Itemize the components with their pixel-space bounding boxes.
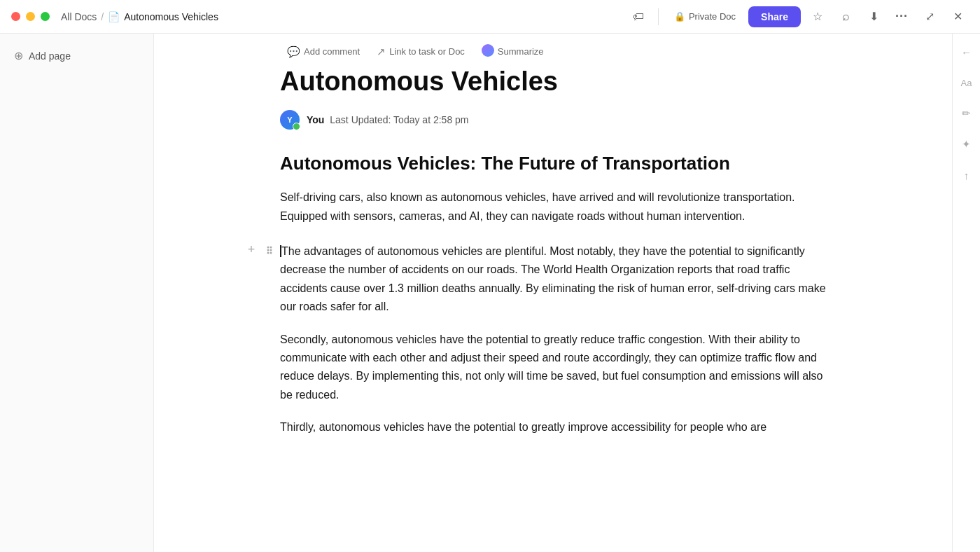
avatar: Y — [280, 110, 300, 130]
fullscreen-icon: ⤢ — [925, 10, 934, 23]
export-button[interactable]: ⬇ — [862, 6, 885, 28]
doc-title: Autonomous Vehicles — [280, 67, 826, 97]
drag-handle-icon — [266, 245, 273, 255]
paragraph-2[interactable]: + The advantages of autonomous vehicles … — [280, 242, 826, 317]
content-area: 💬 Add comment ↗ Link to task or Doc Summ… — [154, 34, 952, 552]
star-button[interactable]: ☆ — [806, 6, 829, 28]
font-settings-button[interactable]: Aa — [957, 73, 976, 92]
summarize-icon — [482, 44, 494, 59]
search-button[interactable]: ⌕ — [834, 6, 857, 28]
link-task-button[interactable]: ↗ Link to task or Doc — [370, 42, 472, 62]
ai-button[interactable]: ✦ — [957, 134, 976, 154]
paragraph-controls: + — [244, 242, 277, 258]
close-window-button[interactable] — [11, 12, 20, 21]
more-options-button[interactable]: ··· — [890, 6, 913, 28]
svg-point-5 — [270, 251, 272, 254]
avatar-online-badge — [293, 123, 300, 130]
add-page-item[interactable]: ⊕ Add page — [8, 45, 145, 67]
doc-icon: 📄 — [108, 11, 120, 22]
svg-point-3 — [270, 249, 272, 251]
lock-icon: 🔒 — [674, 11, 685, 22]
divider — [658, 8, 659, 25]
paragraph-1[interactable]: Self-driving cars, also known as autonom… — [280, 188, 826, 226]
svg-point-1 — [270, 246, 272, 248]
summarize-label: Summarize — [498, 46, 544, 57]
export-icon: ⬇ — [869, 10, 878, 23]
breadcrumb-separator: / — [101, 11, 104, 22]
doc-heading: Autonomous Vehicles: The Future of Trans… — [280, 152, 826, 175]
minimize-window-button[interactable] — [26, 12, 35, 21]
paragraph-4: Thirdly, autonomous vehicles have the po… — [280, 418, 826, 436]
titlebar-right: 🏷 🔒 Private Doc Share ☆ ⌕ ⬇ ··· ⤢ ✕ — [627, 6, 969, 28]
paragraph-3[interactable]: Secondly, autonomous vehicles have the p… — [280, 331, 826, 405]
search-icon: ⌕ — [842, 9, 850, 24]
upload-icon: ↑ — [964, 170, 969, 181]
left-sidebar: ⊕ Add page — [0, 34, 154, 552]
link-task-label: Link to task or Doc — [389, 46, 465, 57]
breadcrumb-doc-title: Autonomous Vehicles — [124, 11, 218, 22]
svg-point-4 — [267, 251, 270, 254]
more-icon: ··· — [895, 9, 908, 24]
add-page-label: Add page — [29, 50, 71, 62]
add-comment-label: Add comment — [304, 46, 360, 57]
tag-icon: 🏷 — [633, 11, 644, 23]
close-button[interactable]: ✕ — [946, 6, 969, 28]
doc-author: You — [307, 114, 324, 125]
main-layout: ⊕ Add page 💬 Add comment ↗ Link to task … — [0, 34, 980, 552]
add-comment-button[interactable]: 💬 Add comment — [280, 42, 367, 62]
summarize-button[interactable]: Summarize — [475, 41, 551, 62]
private-doc-label: Private Doc — [689, 11, 736, 22]
paragraph-2-text: The advantages of autonomous vehicles ar… — [280, 245, 826, 312]
breadcrumb: All Docs / 📄 Autonomous Vehicles — [61, 11, 627, 22]
comment-icon: 💬 — [287, 46, 300, 58]
fullscreen-button[interactable]: ⤢ — [918, 6, 941, 28]
drag-handle-button[interactable] — [262, 242, 277, 258]
svg-point-2 — [267, 249, 270, 251]
add-block-button[interactable]: + — [244, 242, 259, 258]
star-icon: ☆ — [813, 10, 822, 23]
doc-last-updated: Last Updated: Today at 2:58 pm — [330, 114, 468, 125]
link-icon: ↗ — [377, 46, 386, 58]
close-icon: ✕ — [953, 10, 962, 23]
pencil-icon: ✏ — [962, 107, 971, 120]
share-export-button[interactable]: ↑ — [957, 165, 976, 185]
maximize-window-button[interactable] — [41, 12, 50, 21]
doc-meta-text: You Last Updated: Today at 2:58 pm — [307, 114, 469, 125]
doc-content: Autonomous Vehicles Y You Last Updated: … — [280, 67, 826, 492]
doc-toolbar: 💬 Add comment ↗ Link to task or Doc Summ… — [280, 34, 826, 67]
all-docs-link[interactable]: All Docs — [61, 11, 97, 22]
tag-button[interactable]: 🏷 — [627, 6, 650, 28]
collapse-icon: ← — [961, 46, 972, 58]
sparkle-icon: ✦ — [962, 138, 971, 151]
titlebar: All Docs / 📄 Autonomous Vehicles 🏷 🔒 Pri… — [0, 0, 980, 34]
add-page-icon: ⊕ — [14, 49, 23, 62]
private-doc-badge[interactable]: 🔒 Private Doc — [667, 8, 743, 25]
share-button[interactable]: Share — [748, 6, 801, 27]
font-icon: Aa — [961, 78, 972, 88]
svg-point-0 — [267, 246, 270, 248]
collapse-sidebar-button[interactable]: ← — [957, 42, 976, 62]
window-controls — [11, 12, 50, 21]
right-sidebar: ← Aa ✏ ✦ ↑ — [952, 34, 980, 552]
doc-meta: Y You Last Updated: Today at 2:58 pm — [280, 110, 826, 130]
edit-style-button[interactable]: ✏ — [957, 104, 976, 123]
